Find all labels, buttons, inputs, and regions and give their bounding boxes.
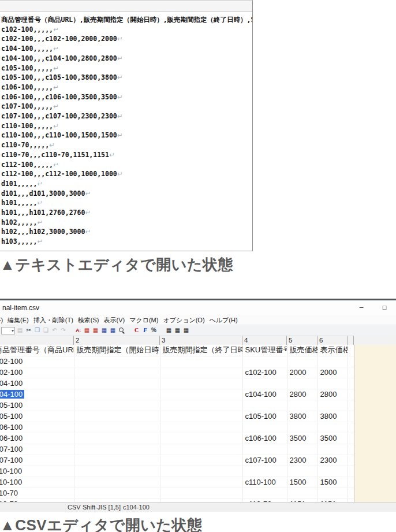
cell[interactable]: c107-100 xyxy=(242,455,287,466)
menu-item[interactable]: 表示(V) xyxy=(103,316,125,325)
cell[interactable] xyxy=(317,400,348,411)
undo-icon[interactable]: ↶ xyxy=(51,326,58,334)
cell[interactable] xyxy=(74,444,160,455)
cell[interactable] xyxy=(242,378,287,389)
cell[interactable] xyxy=(74,422,160,433)
cell[interactable]: 2000 xyxy=(287,367,317,378)
function-icon[interactable]: F xyxy=(141,326,149,334)
cell[interactable] xyxy=(348,422,354,433)
cell[interactable] xyxy=(242,466,287,477)
cell[interactable]: c107-100 xyxy=(0,455,74,466)
cell[interactable]: c105-100 xyxy=(0,400,74,411)
menu-item[interactable]: 挿入・削除(T) xyxy=(33,316,73,325)
cell[interactable] xyxy=(74,477,160,488)
percent-icon[interactable]: % xyxy=(150,326,158,334)
column-header-6[interactable]: 6 xyxy=(317,336,348,345)
cell[interactable] xyxy=(317,356,348,367)
cell[interactable]: 3500 xyxy=(287,433,317,444)
cell[interactable]: c105-100 xyxy=(242,411,287,422)
menu-item[interactable]: 検索(S) xyxy=(78,316,99,325)
cell[interactable] xyxy=(160,422,242,433)
cell[interactable] xyxy=(348,433,354,444)
cell[interactable]: c102-100 xyxy=(0,356,74,367)
cell[interactable] xyxy=(160,367,242,378)
cell[interactable]: c105-100 xyxy=(0,411,74,422)
column-header-2[interactable]: 2 xyxy=(74,336,160,345)
cell[interactable] xyxy=(348,367,354,378)
cell[interactable] xyxy=(160,488,242,498)
cell[interactable]: 商品管理番号（商品URL） xyxy=(0,345,74,356)
menu-item[interactable]: ファイル(F) xyxy=(0,316,3,325)
cell-type-combo[interactable]: ▾ xyxy=(1,327,15,334)
cell[interactable] xyxy=(317,422,348,433)
sort-icon[interactable]: A↓ xyxy=(74,326,82,334)
cell[interactable]: 1500 xyxy=(287,477,317,488)
cell[interactable] xyxy=(287,488,317,498)
column-header-3[interactable]: 3 xyxy=(160,336,242,345)
cell[interactable] xyxy=(160,356,242,367)
cell[interactable] xyxy=(242,444,287,455)
menu-item[interactable]: マクロ(M) xyxy=(129,316,158,325)
cell[interactable]: SKU管理番号 xyxy=(242,345,287,356)
cell[interactable] xyxy=(317,466,348,477)
cell[interactable] xyxy=(160,389,242,400)
cell[interactable]: 販売期間指定（開始日時） xyxy=(74,345,160,356)
cell[interactable]: c107-100 xyxy=(0,444,74,455)
column-header[interactable] xyxy=(348,336,354,345)
cell[interactable] xyxy=(160,444,242,455)
minimize-button[interactable]: – xyxy=(351,300,372,315)
cell[interactable] xyxy=(317,378,348,389)
cell[interactable] xyxy=(74,488,160,498)
cell[interactable] xyxy=(74,356,160,367)
cell[interactable]: c110-70 xyxy=(0,488,74,498)
cell[interactable] xyxy=(287,466,317,477)
cell[interactable] xyxy=(287,422,317,433)
cell[interactable]: 2300 xyxy=(317,455,348,466)
delete-row-icon[interactable]: ▦ xyxy=(92,326,99,334)
cell[interactable]: c106-100 xyxy=(0,422,74,433)
cell[interactable] xyxy=(348,400,354,411)
menu-item[interactable]: オプション(O) xyxy=(163,316,204,325)
fix-row-icon[interactable]: ▦ xyxy=(165,326,173,334)
cell[interactable] xyxy=(242,488,287,498)
menu-item[interactable]: 編集(E) xyxy=(8,316,29,325)
cell[interactable] xyxy=(348,389,354,400)
paste-icon[interactable]: ❏ xyxy=(42,326,50,334)
cell[interactable] xyxy=(160,378,242,389)
fix-both-icon[interactable]: ▦ xyxy=(182,326,190,334)
cell[interactable]: c110-100 xyxy=(0,477,74,488)
insert-col-icon[interactable]: ▦ xyxy=(100,326,108,334)
cell[interactable] xyxy=(287,444,317,455)
cell[interactable]: 3800 xyxy=(317,411,348,422)
cell[interactable]: 2300 xyxy=(287,455,317,466)
cell[interactable] xyxy=(348,477,354,488)
column-header-5[interactable]: 5 xyxy=(287,336,317,345)
cell[interactable]: 2800 xyxy=(317,389,348,400)
find-icon[interactable] xyxy=(118,326,125,334)
macro-c-icon[interactable]: C xyxy=(133,326,140,334)
cell[interactable] xyxy=(348,378,354,389)
cell[interactable] xyxy=(348,411,354,422)
column-header[interactable] xyxy=(0,336,74,345)
cell[interactable] xyxy=(348,466,354,477)
title-bar[interactable]: nal-item.csv – □ xyxy=(0,300,396,315)
column-header-4[interactable]: 4 xyxy=(242,336,287,345)
cell[interactable] xyxy=(160,433,242,444)
cell[interactable]: c102-100 xyxy=(242,367,287,378)
cell[interactable]: c106-100 xyxy=(0,433,74,444)
redo-icon[interactable]: ↷ xyxy=(59,326,67,334)
cell[interactable]: c110-100 xyxy=(0,466,74,477)
cell[interactable] xyxy=(348,345,354,356)
cell[interactable] xyxy=(348,455,354,466)
cell[interactable] xyxy=(160,411,242,422)
cell[interactable]: c106-100 xyxy=(242,433,287,444)
cell[interactable]: c104-100 xyxy=(242,389,287,400)
copy-icon[interactable]: ❐ xyxy=(33,326,41,334)
cell[interactable] xyxy=(348,444,354,455)
text-editor-content[interactable]: 商品管理番号（商品URL）,販売期間指定（開始日時）,販売期間指定（終了日時）,… xyxy=(0,12,252,251)
cut-icon[interactable]: ✂ xyxy=(25,326,32,334)
cell[interactable] xyxy=(74,367,160,378)
cell[interactable]: 2800 xyxy=(287,389,317,400)
fix-col-icon[interactable]: ▦ xyxy=(174,326,181,334)
cell[interactable] xyxy=(317,488,348,498)
